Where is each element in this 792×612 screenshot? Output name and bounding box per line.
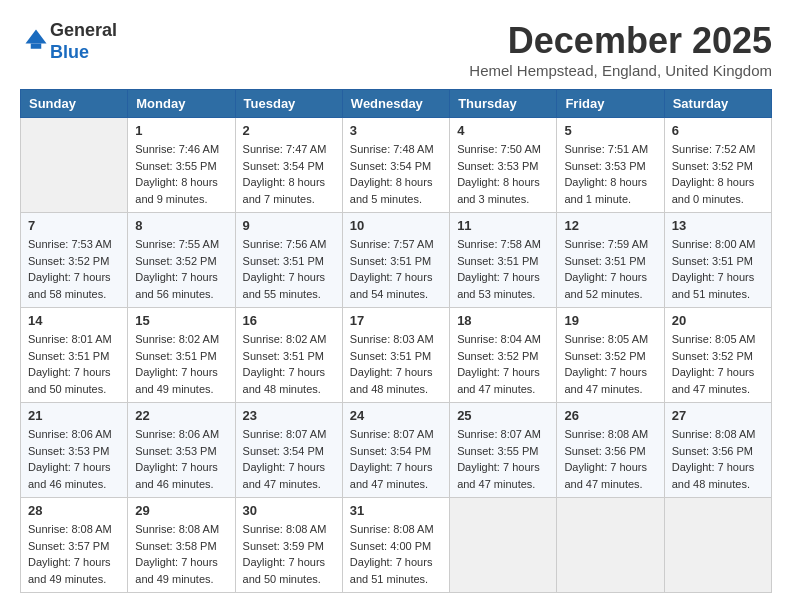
calendar-week-row: 7Sunrise: 7:53 AMSunset: 3:52 PMDaylight… (21, 213, 772, 308)
weekday-header-row: SundayMondayTuesdayWednesdayThursdayFrid… (21, 90, 772, 118)
calendar-cell: 30Sunrise: 8:08 AMSunset: 3:59 PMDayligh… (235, 498, 342, 593)
day-info: Sunrise: 7:53 AMSunset: 3:52 PMDaylight:… (28, 236, 120, 302)
day-info: Sunrise: 8:08 AMSunset: 4:00 PMDaylight:… (350, 521, 442, 587)
calendar-cell (450, 498, 557, 593)
day-number: 19 (564, 313, 656, 328)
month-title: December 2025 (469, 20, 772, 62)
day-number: 20 (672, 313, 764, 328)
calendar-cell: 2Sunrise: 7:47 AMSunset: 3:54 PMDaylight… (235, 118, 342, 213)
calendar-body: 1Sunrise: 7:46 AMSunset: 3:55 PMDaylight… (21, 118, 772, 593)
svg-marker-0 (26, 29, 47, 43)
day-number: 17 (350, 313, 442, 328)
day-number: 28 (28, 503, 120, 518)
calendar-cell: 19Sunrise: 8:05 AMSunset: 3:52 PMDayligh… (557, 308, 664, 403)
calendar-cell: 6Sunrise: 7:52 AMSunset: 3:52 PMDaylight… (664, 118, 771, 213)
day-number: 12 (564, 218, 656, 233)
weekday-header-friday: Friday (557, 90, 664, 118)
calendar-cell: 7Sunrise: 7:53 AMSunset: 3:52 PMDaylight… (21, 213, 128, 308)
calendar-cell: 22Sunrise: 8:06 AMSunset: 3:53 PMDayligh… (128, 403, 235, 498)
calendar-cell: 25Sunrise: 8:07 AMSunset: 3:55 PMDayligh… (450, 403, 557, 498)
calendar-cell: 9Sunrise: 7:56 AMSunset: 3:51 PMDaylight… (235, 213, 342, 308)
day-number: 7 (28, 218, 120, 233)
calendar-week-row: 21Sunrise: 8:06 AMSunset: 3:53 PMDayligh… (21, 403, 772, 498)
calendar-cell: 11Sunrise: 7:58 AMSunset: 3:51 PMDayligh… (450, 213, 557, 308)
day-info: Sunrise: 8:03 AMSunset: 3:51 PMDaylight:… (350, 331, 442, 397)
day-info: Sunrise: 7:51 AMSunset: 3:53 PMDaylight:… (564, 141, 656, 207)
calendar-cell: 28Sunrise: 8:08 AMSunset: 3:57 PMDayligh… (21, 498, 128, 593)
calendar-cell: 4Sunrise: 7:50 AMSunset: 3:53 PMDaylight… (450, 118, 557, 213)
calendar-cell (557, 498, 664, 593)
calendar-week-row: 28Sunrise: 8:08 AMSunset: 3:57 PMDayligh… (21, 498, 772, 593)
day-info: Sunrise: 7:57 AMSunset: 3:51 PMDaylight:… (350, 236, 442, 302)
location: Hemel Hempstead, England, United Kingdom (469, 62, 772, 79)
day-number: 25 (457, 408, 549, 423)
day-number: 8 (135, 218, 227, 233)
day-info: Sunrise: 8:05 AMSunset: 3:52 PMDaylight:… (672, 331, 764, 397)
calendar-cell: 5Sunrise: 7:51 AMSunset: 3:53 PMDaylight… (557, 118, 664, 213)
day-number: 1 (135, 123, 227, 138)
day-number: 22 (135, 408, 227, 423)
day-info: Sunrise: 7:55 AMSunset: 3:52 PMDaylight:… (135, 236, 227, 302)
logo-general: General (50, 20, 117, 40)
day-info: Sunrise: 8:02 AMSunset: 3:51 PMDaylight:… (243, 331, 335, 397)
calendar-cell: 29Sunrise: 8:08 AMSunset: 3:58 PMDayligh… (128, 498, 235, 593)
calendar-cell (664, 498, 771, 593)
calendar-cell: 3Sunrise: 7:48 AMSunset: 3:54 PMDaylight… (342, 118, 449, 213)
logo-icon (22, 26, 50, 54)
calendar-header: SundayMondayTuesdayWednesdayThursdayFrid… (21, 90, 772, 118)
day-info: Sunrise: 8:05 AMSunset: 3:52 PMDaylight:… (564, 331, 656, 397)
day-number: 2 (243, 123, 335, 138)
logo-blue: Blue (50, 42, 89, 62)
page-header: General Blue December 2025 Hemel Hempste… (20, 20, 772, 79)
day-number: 11 (457, 218, 549, 233)
title-area: December 2025 Hemel Hempstead, England, … (469, 20, 772, 79)
day-number: 10 (350, 218, 442, 233)
day-info: Sunrise: 8:04 AMSunset: 3:52 PMDaylight:… (457, 331, 549, 397)
calendar-week-row: 1Sunrise: 7:46 AMSunset: 3:55 PMDaylight… (21, 118, 772, 213)
day-number: 5 (564, 123, 656, 138)
calendar-cell: 17Sunrise: 8:03 AMSunset: 3:51 PMDayligh… (342, 308, 449, 403)
calendar-cell: 18Sunrise: 8:04 AMSunset: 3:52 PMDayligh… (450, 308, 557, 403)
day-number: 29 (135, 503, 227, 518)
day-number: 23 (243, 408, 335, 423)
day-info: Sunrise: 8:08 AMSunset: 3:57 PMDaylight:… (28, 521, 120, 587)
logo-text: General Blue (50, 20, 117, 63)
day-number: 15 (135, 313, 227, 328)
day-info: Sunrise: 7:52 AMSunset: 3:52 PMDaylight:… (672, 141, 764, 207)
day-info: Sunrise: 8:07 AMSunset: 3:54 PMDaylight:… (350, 426, 442, 492)
day-number: 27 (672, 408, 764, 423)
calendar-cell: 27Sunrise: 8:08 AMSunset: 3:56 PMDayligh… (664, 403, 771, 498)
calendar-week-row: 14Sunrise: 8:01 AMSunset: 3:51 PMDayligh… (21, 308, 772, 403)
day-info: Sunrise: 7:56 AMSunset: 3:51 PMDaylight:… (243, 236, 335, 302)
weekday-header-sunday: Sunday (21, 90, 128, 118)
day-number: 21 (28, 408, 120, 423)
day-info: Sunrise: 7:58 AMSunset: 3:51 PMDaylight:… (457, 236, 549, 302)
weekday-header-thursday: Thursday (450, 90, 557, 118)
day-number: 6 (672, 123, 764, 138)
day-info: Sunrise: 8:06 AMSunset: 3:53 PMDaylight:… (135, 426, 227, 492)
day-number: 13 (672, 218, 764, 233)
day-number: 3 (350, 123, 442, 138)
day-info: Sunrise: 7:59 AMSunset: 3:51 PMDaylight:… (564, 236, 656, 302)
calendar-cell: 10Sunrise: 7:57 AMSunset: 3:51 PMDayligh… (342, 213, 449, 308)
day-number: 31 (350, 503, 442, 518)
day-number: 18 (457, 313, 549, 328)
day-info: Sunrise: 8:08 AMSunset: 3:56 PMDaylight:… (564, 426, 656, 492)
calendar-cell: 31Sunrise: 8:08 AMSunset: 4:00 PMDayligh… (342, 498, 449, 593)
calendar-cell: 15Sunrise: 8:02 AMSunset: 3:51 PMDayligh… (128, 308, 235, 403)
day-info: Sunrise: 8:06 AMSunset: 3:53 PMDaylight:… (28, 426, 120, 492)
day-info: Sunrise: 8:01 AMSunset: 3:51 PMDaylight:… (28, 331, 120, 397)
calendar-cell: 23Sunrise: 8:07 AMSunset: 3:54 PMDayligh… (235, 403, 342, 498)
calendar-cell: 26Sunrise: 8:08 AMSunset: 3:56 PMDayligh… (557, 403, 664, 498)
day-number: 30 (243, 503, 335, 518)
weekday-header-monday: Monday (128, 90, 235, 118)
day-info: Sunrise: 7:50 AMSunset: 3:53 PMDaylight:… (457, 141, 549, 207)
weekday-header-tuesday: Tuesday (235, 90, 342, 118)
day-info: Sunrise: 7:48 AMSunset: 3:54 PMDaylight:… (350, 141, 442, 207)
weekday-header-wednesday: Wednesday (342, 90, 449, 118)
svg-rect-1 (31, 43, 42, 48)
calendar-cell: 21Sunrise: 8:06 AMSunset: 3:53 PMDayligh… (21, 403, 128, 498)
calendar-cell: 1Sunrise: 7:46 AMSunset: 3:55 PMDaylight… (128, 118, 235, 213)
day-number: 16 (243, 313, 335, 328)
calendar-cell: 16Sunrise: 8:02 AMSunset: 3:51 PMDayligh… (235, 308, 342, 403)
